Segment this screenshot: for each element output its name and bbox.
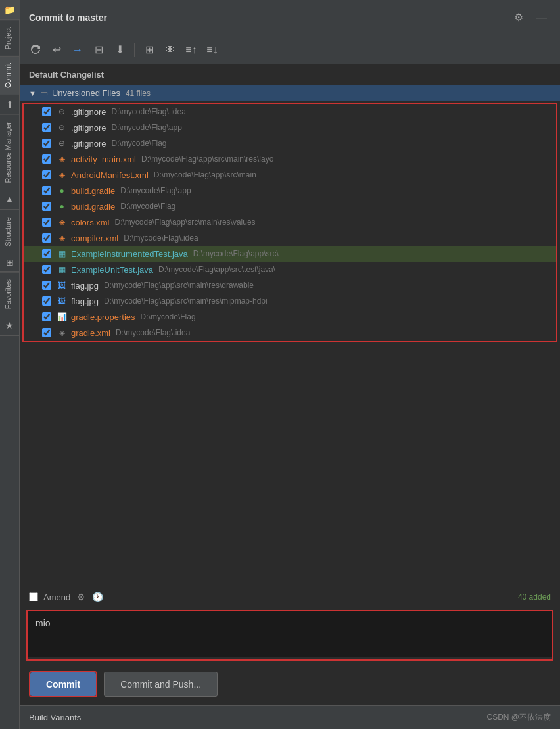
file-checkbox[interactable] — [42, 265, 51, 274]
status-bar: Build Variants CSDN @不依法度 — [20, 705, 560, 729]
commit-message-input[interactable] — [28, 611, 552, 657]
settings-button[interactable]: ⚙ — [510, 10, 527, 25]
sort-button[interactable]: ≡↑ — [182, 41, 200, 59]
file-row[interactable]: ◈AndroidManifest.xmlD:\mycode\Flag\app\s… — [24, 167, 556, 183]
file-checkbox[interactable] — [42, 154, 51, 164]
file-path: D:\mycode\Flag — [111, 139, 166, 148]
diff-button[interactable]: ⊟ — [89, 41, 108, 59]
toolbar: ↩ → ⊟ ⬇ ⊞ 👁 ≡↑ ≡↓ — [20, 35, 560, 64]
file-checkbox[interactable] — [42, 139, 51, 148]
file-name: ExampleUnitTest.java — [71, 265, 153, 275]
amend-row: Amend ⚙ 🕐 40 added — [20, 586, 560, 607]
file-row[interactable]: ◈colors.xmlD:\mycode\Flag\app\src\main\r… — [24, 214, 556, 230]
file-name: gradle.xml — [71, 328, 110, 338]
file-path: D:\mycode\Flag\app\src\main\res\drawable — [104, 281, 254, 290]
sidebar-tab-structure-icon[interactable]: ⊞ — [0, 252, 20, 272]
minimize-button[interactable]: — — [532, 11, 551, 25]
file-row[interactable]: ▦ExampleInstrumentedTest.javaD:\mycode\F… — [24, 246, 556, 262]
sidebar-tab-structure[interactable]: Structure — [0, 210, 19, 253]
file-row[interactable]: ◈compiler.xmlD:\mycode\Flag\.idea — [24, 230, 556, 246]
commit-message-wrapper — [26, 610, 553, 661]
file-type-icon: ⊖ — [57, 138, 67, 149]
build-variants-label[interactable]: Build Variants — [29, 713, 81, 722]
file-path: D:\mycode\Flag\.idea — [111, 107, 185, 116]
file-type-icon: ▦ — [57, 248, 67, 259]
file-type-icon: 🖼 — [57, 280, 67, 291]
file-row[interactable]: ◈activity_main.xmlD:\mycode\Flag\app\src… — [24, 151, 556, 167]
file-type-icon: ⊖ — [57, 106, 67, 117]
file-row[interactable]: 🖼flag.jpgD:\mycode\Flag\app\src\main\res… — [24, 293, 556, 309]
commit-button[interactable]: Commit — [30, 672, 96, 696]
unversioned-header[interactable]: ▼ ▭ Unversioned Files 41 files — [20, 85, 560, 101]
file-path: D:\mycode\Flag\app\src\main — [154, 170, 256, 179]
sidebar-left: 📁 Project Commit ⬆ Resource Manager ▲ St… — [0, 0, 20, 729]
file-checkbox[interactable] — [42, 296, 51, 306]
file-type-icon: ◈ — [57, 327, 67, 338]
unversioned-count: 41 files — [126, 89, 151, 98]
file-name: compiler.xml — [71, 233, 118, 243]
file-row[interactable]: ●build.gradleD:\mycode\Flag\app — [24, 183, 556, 199]
file-checkbox[interactable] — [42, 281, 51, 290]
file-checkbox[interactable] — [42, 233, 51, 243]
file-row[interactable]: ⊖.gitignoreD:\mycode\Flag — [24, 135, 556, 151]
sidebar-tab-project[interactable]: Project — [0, 20, 19, 56]
toolbar-separator-1 — [134, 43, 135, 57]
sidebar-tab-favorites-icon[interactable]: ★ — [0, 316, 20, 336]
sidebar-tab-project-icon[interactable]: 📁 — [0, 0, 20, 20]
file-name: .gitignore — [71, 139, 106, 149]
file-path: D:\mycode\Flag — [141, 312, 196, 321]
file-checkbox[interactable] — [42, 123, 51, 132]
group-button[interactable]: ⊞ — [140, 41, 158, 59]
amend-settings-btn[interactable]: ⚙ — [76, 590, 87, 603]
file-list-wrapper: ⊖.gitignoreD:\mycode\Flag\.idea⊖.gitigno… — [22, 103, 557, 342]
file-name: flag.jpg — [71, 296, 99, 306]
file-checkbox[interactable] — [42, 218, 51, 227]
file-name: colors.xml — [71, 218, 110, 227]
undo-button[interactable]: ↩ — [47, 41, 66, 59]
main-area: Commit to master ⚙ — ↩ → ⊟ ⬇ ⊞ 👁 ≡↑ ≡↓ D… — [20, 0, 560, 729]
amend-label: Amend — [43, 592, 70, 602]
file-tree-area[interactable]: Default Changelist ▼ ▭ Unversioned Files… — [20, 64, 560, 586]
move-button[interactable]: → — [68, 41, 87, 59]
file-checkbox[interactable] — [42, 170, 51, 179]
file-path: D:\mycode\Flag\app\src\main\res\mipmap-h… — [104, 296, 268, 306]
amend-checkbox[interactable] — [29, 592, 38, 601]
amend-history-btn[interactable]: 🕐 — [91, 590, 105, 603]
file-row[interactable]: ●build.gradleD:\mycode\Flag — [24, 199, 556, 214]
sidebar-tab-vcs-icon[interactable]: ⬆ — [0, 95, 20, 114]
commit-push-button[interactable]: Commit and Push... — [104, 672, 218, 697]
file-row[interactable]: ⊖.gitignoreD:\mycode\Flag\app — [24, 120, 556, 135]
download-button[interactable]: ⬇ — [110, 41, 129, 59]
file-row[interactable]: ⊖.gitignoreD:\mycode\Flag\.idea — [24, 104, 556, 120]
sidebar-tab-resource[interactable]: Resource Manager — [0, 114, 19, 190]
changelist-header: Default Changelist — [20, 64, 560, 85]
file-row[interactable]: ▦ExampleUnitTest.javaD:\mycode\Flag\app\… — [24, 262, 556, 277]
file-path: D:\mycode\Flag\app\src\test\java\ — [158, 265, 275, 274]
sort2-button[interactable]: ≡↓ — [203, 41, 222, 59]
file-name: flag.jpg — [71, 281, 99, 291]
eye-button[interactable]: 👁 — [161, 41, 179, 59]
file-row[interactable]: ◈gradle.xmlD:\mycode\Flag\.idea — [24, 325, 556, 341]
file-type-icon: ◈ — [57, 217, 67, 227]
file-row[interactable]: 📊gradle.propertiesD:\mycode\Flag — [24, 309, 556, 325]
sidebar-tab-favorites[interactable]: Favorites — [0, 272, 19, 316]
file-checkbox[interactable] — [42, 312, 51, 321]
file-row[interactable]: 🖼flag.jpgD:\mycode\Flag\app\src\main\res… — [24, 277, 556, 293]
file-name: build.gradle — [71, 186, 115, 196]
refresh-button[interactable] — [26, 41, 45, 59]
folder-icon: ▭ — [40, 88, 48, 98]
file-name: .gitignore — [71, 107, 106, 117]
file-checkbox[interactable] — [42, 202, 51, 211]
file-checkbox[interactable] — [42, 107, 51, 116]
added-count: 40 added — [518, 592, 551, 601]
file-checkbox[interactable] — [42, 186, 51, 195]
title-bar: Commit to master ⚙ — — [20, 0, 560, 35]
sidebar-tab-commit[interactable]: Commit — [0, 56, 19, 95]
file-checkbox[interactable] — [42, 249, 51, 258]
file-checkbox[interactable] — [42, 328, 51, 337]
file-type-icon: ⊖ — [57, 122, 67, 133]
unversioned-label: Unversioned Files — [52, 88, 120, 98]
sidebar-tab-resource-icon[interactable]: ▲ — [0, 190, 20, 210]
file-type-icon: ▦ — [57, 264, 67, 275]
file-path: D:\mycode\Flag\app — [111, 123, 181, 132]
